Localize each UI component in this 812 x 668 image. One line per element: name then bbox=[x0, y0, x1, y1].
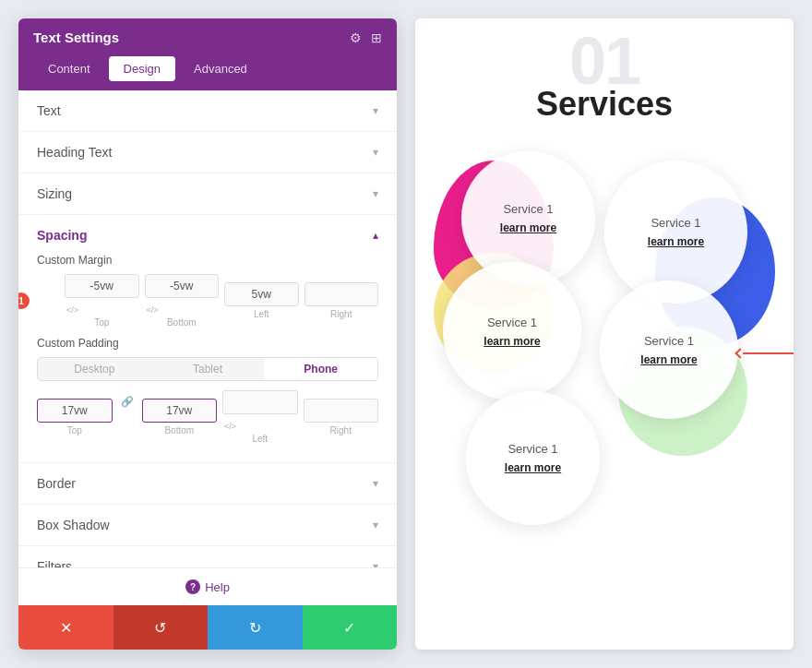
arrow-line bbox=[743, 352, 794, 354]
section-sizing-label: Sizing bbox=[37, 186, 72, 201]
section-filters-label: Filters bbox=[37, 559, 72, 567]
margin-left-input[interactable] bbox=[224, 282, 299, 306]
section-box-shadow-label: Box Shadow bbox=[37, 518, 110, 532]
section-heading-label: Heading Text bbox=[37, 145, 112, 160]
service-1-link[interactable]: learn more bbox=[500, 221, 556, 234]
preview-panel: 01 Services Service 1 learn more Service… bbox=[415, 18, 794, 650]
panel-content: Text ▾ Heading Text ▾ Sizing ▾ Spacing ▴… bbox=[18, 90, 397, 567]
margin-bottom-label: Bottom bbox=[167, 317, 197, 328]
preview-title: Services bbox=[536, 85, 673, 124]
chevron-heading: ▾ bbox=[373, 146, 378, 159]
section-border-label: Border bbox=[37, 476, 76, 491]
custom-padding-label: Custom Padding bbox=[37, 337, 378, 350]
service-3-link[interactable]: learn more bbox=[484, 335, 540, 348]
help-button[interactable]: ? Help bbox=[185, 579, 230, 594]
red-arrow-container bbox=[736, 350, 794, 357]
padding-inputs-row: Top 🔗 Bottom </> Left bbox=[37, 390, 378, 444]
section-text-label: Text bbox=[37, 103, 61, 118]
section-sizing[interactable]: Sizing ▾ bbox=[18, 173, 397, 215]
padding-bottom-group: Bottom bbox=[142, 399, 218, 435]
layout-icon[interactable]: ⊞ bbox=[371, 30, 382, 45]
tab-advanced[interactable]: Advanced bbox=[179, 56, 262, 81]
padding-top-label: Top bbox=[67, 425, 82, 435]
chevron-text: ▾ bbox=[373, 104, 378, 117]
service-5-name: Service 1 bbox=[508, 442, 557, 456]
margin-right-label: Right bbox=[330, 309, 352, 319]
redo-button[interactable]: ↻ bbox=[208, 605, 303, 650]
undo-button[interactable]: ↺ bbox=[113, 605, 209, 650]
service-1-name: Service 1 bbox=[503, 202, 553, 216]
spacing-section: Custom Margin 1 </> Top </> Bottom bbox=[18, 243, 397, 463]
device-tabs: Desktop Tablet Phone bbox=[37, 357, 378, 381]
service-2-link[interactable]: learn more bbox=[648, 235, 704, 248]
section-text[interactable]: Text ▾ bbox=[18, 90, 397, 132]
margin-inputs-row: 1 </> Top </> Bottom Left bbox=[37, 274, 378, 328]
margin-top-group: </> Top bbox=[65, 274, 139, 328]
chevron-sizing: ▾ bbox=[373, 187, 378, 200]
service-circle-3: Service 1 learn more bbox=[443, 262, 581, 400]
service-3-name: Service 1 bbox=[487, 316, 537, 329]
service-circle-5: Service 1 learn more bbox=[466, 391, 600, 525]
padding-bottom-label: Bottom bbox=[164, 425, 194, 435]
arrow-head bbox=[734, 348, 745, 358]
margin-right-group: Right bbox=[304, 282, 379, 319]
chevron-filters: ▾ bbox=[373, 560, 378, 567]
section-heading-text[interactable]: Heading Text ▾ bbox=[18, 132, 397, 173]
padding-top-input[interactable] bbox=[37, 399, 113, 423]
device-tab-tablet[interactable]: Tablet bbox=[151, 358, 265, 380]
action-bar: ✕ ↺ ↻ ✓ bbox=[18, 605, 397, 650]
margin-bottom-input[interactable] bbox=[145, 274, 220, 298]
link-icon[interactable]: 🔗 bbox=[118, 396, 137, 408]
panel-header: Text Settings ⚙ ⊞ bbox=[18, 18, 397, 56]
custom-margin-label: Custom Margin bbox=[37, 254, 378, 267]
settings-panel: Text Settings ⚙ ⊞ Content Design Advance… bbox=[18, 18, 397, 650]
service-2-name: Service 1 bbox=[651, 216, 700, 230]
tab-design[interactable]: Design bbox=[109, 56, 175, 81]
padding-section: Custom Padding Desktop Tablet Phone Top … bbox=[37, 337, 378, 444]
padding-right-label: Right bbox=[330, 425, 352, 435]
section-border[interactable]: Border ▾ bbox=[18, 463, 397, 505]
section-filters[interactable]: Filters ▾ bbox=[18, 546, 397, 567]
padding-left-input[interactable] bbox=[222, 390, 298, 414]
tab-content[interactable]: Content bbox=[33, 56, 105, 81]
panel-footer: ? Help bbox=[18, 567, 397, 605]
padding-bottom-input[interactable] bbox=[142, 399, 218, 423]
chevron-spacing: ▴ bbox=[373, 229, 378, 242]
margin-left-group: Left bbox=[224, 282, 299, 319]
service-4-name: Service 1 bbox=[644, 334, 694, 348]
service-5-link[interactable]: learn more bbox=[505, 461, 561, 474]
section-spacing-label: Spacing bbox=[37, 228, 87, 243]
circles-container: Service 1 learn more Service 1 learn mor… bbox=[415, 142, 794, 650]
margin-left-label: Left bbox=[254, 309, 269, 319]
chevron-border: ▾ bbox=[373, 477, 378, 490]
badge-1: 1 bbox=[18, 292, 30, 309]
margin-top-label: Top bbox=[94, 317, 109, 328]
margin-bottom-group: </> Bottom bbox=[145, 274, 220, 328]
margin-right-input[interactable] bbox=[304, 282, 379, 306]
chevron-box-shadow: ▾ bbox=[373, 519, 378, 531]
padding-left-group: </> Left bbox=[222, 390, 298, 444]
header-icons: ⚙ ⊞ bbox=[350, 30, 382, 45]
help-icon: ? bbox=[185, 579, 200, 594]
device-tab-desktop[interactable]: Desktop bbox=[38, 358, 151, 380]
settings-icon[interactable]: ⚙ bbox=[350, 30, 362, 45]
padding-right-group: Right bbox=[304, 399, 379, 435]
panel-tabs: Content Design Advanced bbox=[18, 56, 397, 90]
padding-left-unit[interactable]: </> bbox=[222, 422, 238, 431]
cancel-button[interactable]: ✕ bbox=[18, 605, 113, 650]
margin-top-unit[interactable]: </> bbox=[65, 305, 80, 315]
padding-right-input[interactable] bbox=[304, 399, 379, 423]
margin-bottom-unit[interactable]: </> bbox=[145, 305, 161, 315]
padding-top-group: Top bbox=[37, 399, 113, 435]
margin-top-input[interactable] bbox=[65, 274, 139, 298]
panel-title: Text Settings bbox=[33, 30, 119, 45]
padding-left-label: Left bbox=[252, 434, 268, 444]
service-4-link[interactable]: learn more bbox=[640, 353, 697, 366]
save-button[interactable]: ✓ bbox=[303, 605, 398, 650]
help-label: Help bbox=[205, 580, 230, 594]
service-circle-4: Service 1 learn more bbox=[600, 280, 738, 419]
section-spacing-header[interactable]: Spacing ▴ bbox=[18, 215, 397, 243]
device-tab-phone[interactable]: Phone bbox=[264, 358, 377, 380]
section-box-shadow[interactable]: Box Shadow ▾ bbox=[18, 505, 397, 546]
